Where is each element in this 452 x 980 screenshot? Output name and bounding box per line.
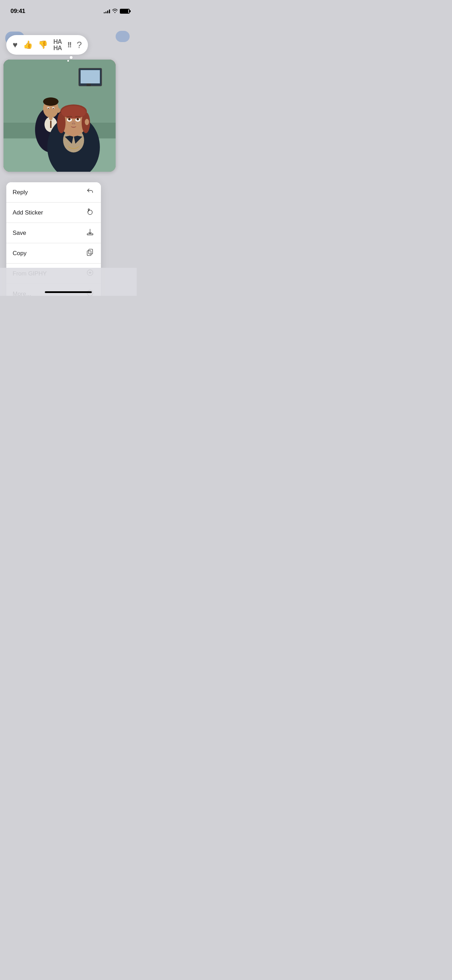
reaction-bar: ♥ 👍 👎 HAHA !! ? [6, 35, 88, 55]
svg-rect-5 [86, 83, 91, 86]
reaction-thumbsdown[interactable]: 👎 [38, 41, 48, 49]
svg-rect-37 [87, 234, 93, 235]
svg-rect-39 [87, 251, 91, 256]
copy-icon [86, 248, 95, 258]
reaction-thumbsup[interactable]: 👍 [23, 41, 33, 49]
menu-label-save: Save [13, 229, 26, 237]
menu-item-add-sticker[interactable]: Add Sticker [6, 203, 101, 223]
svg-point-30 [77, 118, 78, 119]
menu-label-reply: Reply [13, 189, 28, 196]
menu-item-reply[interactable]: Reply [6, 182, 101, 203]
reaction-question[interactable]: ? [77, 40, 82, 49]
menu-label-add-sticker: Add Sticker [13, 209, 43, 216]
svg-point-11 [43, 97, 59, 106]
menu-item-save[interactable]: Save [6, 223, 101, 243]
reaction-tail-dot [70, 56, 73, 59]
svg-point-32 [72, 123, 73, 124]
reply-icon [86, 188, 95, 197]
svg-point-24 [61, 106, 86, 118]
message-bubble [3, 60, 116, 172]
sticker-icon [86, 208, 95, 217]
svg-rect-8 [50, 121, 51, 128]
battery-icon [120, 9, 130, 14]
svg-point-14 [48, 108, 49, 109]
save-icon [86, 228, 95, 238]
svg-point-29 [69, 118, 70, 119]
reaction-heart[interactable]: ♥ [13, 41, 18, 49]
reaction-exclaim[interactable]: !! [67, 41, 71, 49]
status-icons [104, 8, 130, 14]
status-time: 09:41 [11, 8, 25, 15]
reaction-haha[interactable]: HAHA [53, 38, 62, 51]
menu-item-copy[interactable]: Copy [6, 243, 101, 264]
svg-point-34 [85, 119, 89, 125]
main-content: ♥ 👍 👎 HAHA !! ? [0, 18, 137, 296]
svg-rect-38 [89, 249, 92, 254]
wifi-icon [112, 8, 118, 14]
message-image [3, 60, 116, 172]
svg-point-16 [57, 108, 60, 113]
home-indicator [45, 291, 92, 293]
svg-rect-4 [81, 70, 100, 83]
svg-point-15 [53, 108, 54, 109]
status-bar: 09:41 [0, 0, 137, 18]
signal-icon [104, 9, 110, 13]
menu-label-copy: Copy [13, 250, 27, 257]
svg-point-33 [74, 123, 75, 124]
